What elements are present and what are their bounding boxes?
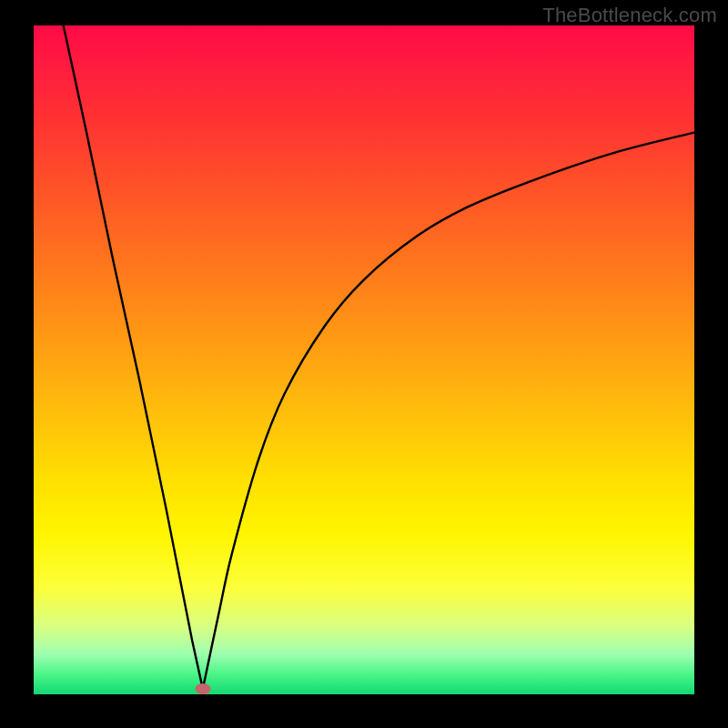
bottleneck-curve — [34, 25, 694, 694]
watermark-text: TheBottleneck.com — [542, 4, 717, 27]
chart-frame: TheBottleneck.com — [0, 0, 728, 728]
minimum-marker — [195, 683, 210, 694]
curve-path — [64, 25, 694, 689]
plot-area — [34, 25, 694, 694]
